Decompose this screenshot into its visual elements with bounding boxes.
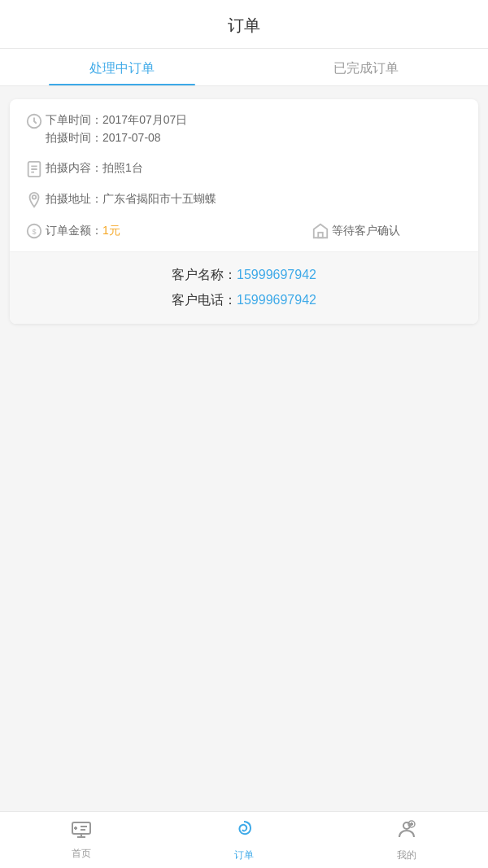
time-text: 下单时间：2017年07月07日 拍摄时间：2017-07-08 [46, 111, 187, 147]
time-row: 下单时间：2017年07月07日 拍摄时间：2017-07-08 [23, 111, 465, 147]
dollar-icon: $ [23, 222, 46, 240]
svg-rect-8 [318, 233, 323, 238]
spiral-icon [233, 818, 255, 845]
person-icon [395, 818, 418, 845]
clock-icon [23, 112, 46, 130]
customer-info: 客户名称：15999697942 客户电话：15999697942 [10, 252, 478, 324]
tab-bar: 处理中订单 已完成订单 [0, 49, 488, 86]
customer-phone-row: 客户电话：15999697942 [23, 292, 465, 309]
nav-home-label: 首页 [72, 847, 91, 861]
location-icon [23, 191, 46, 209]
tv-icon [70, 819, 93, 844]
status-right: 等待客户确认 [244, 220, 465, 240]
tab-completed[interactable]: 已完成订单 [244, 49, 488, 85]
address-row: 拍摄地址：广东省揭阳市十五蝴蝶 [23, 190, 465, 209]
nav-orders-label: 订单 [234, 848, 254, 862]
amount-status-row: $ 订单金额：1元 等待客户确认 [23, 220, 465, 240]
svg-text:$: $ [32, 227, 36, 235]
address-text: 拍摄地址：广东省揭阳市十五蝴蝶 [46, 190, 216, 207]
customer-name-row: 客户名称：15999697942 [23, 267, 465, 284]
nav-mine[interactable]: 我的 [325, 812, 488, 868]
page-title: 订单 [228, 16, 260, 34]
nav-orders[interactable]: 订单 [163, 812, 325, 868]
amount-text: 订单金额：1元 [46, 221, 120, 239]
content-area: 下单时间：2017年07月07日 拍摄时间：2017-07-08 拍摄内容：拍照… [0, 86, 488, 811]
svg-point-5 [33, 195, 37, 199]
header: 订单 [0, 0, 488, 49]
order-info: 下单时间：2017年07月07日 拍摄时间：2017-07-08 拍摄内容：拍照… [10, 99, 478, 251]
nav-mine-label: 我的 [397, 848, 416, 862]
amount-left: $ 订单金额：1元 [23, 220, 244, 240]
content-row: 拍摄内容：拍照1台 [23, 159, 465, 178]
document-icon [23, 160, 46, 178]
order-card: 下单时间：2017年07月07日 拍摄时间：2017-07-08 拍摄内容：拍照… [10, 99, 478, 324]
tab-processing[interactable]: 处理中订单 [0, 49, 244, 85]
house-icon [309, 222, 332, 240]
nav-home[interactable]: 首页 [0, 812, 163, 868]
status-text: 等待客户确认 [332, 221, 400, 239]
content-text: 拍摄内容：拍照1台 [46, 159, 143, 177]
bottom-nav: 首页 订单 我的 [0, 811, 488, 868]
